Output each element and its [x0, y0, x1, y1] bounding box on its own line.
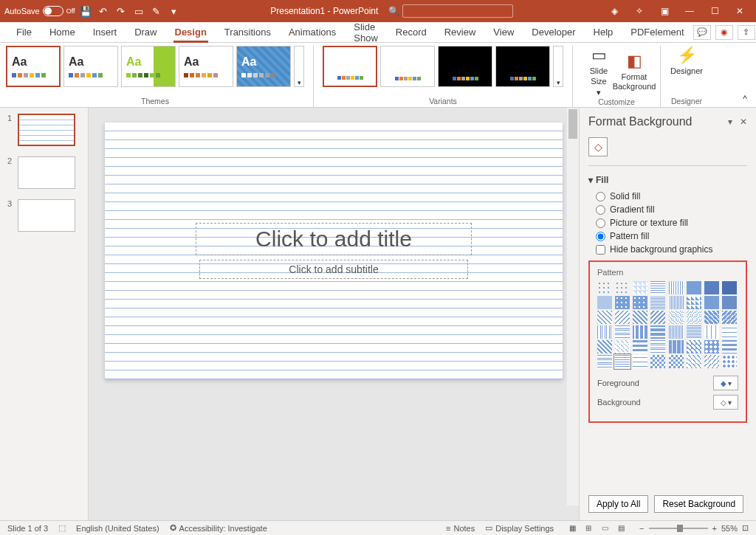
ribbon-mode-icon[interactable]: ▣ — [653, 0, 676, 22]
vertical-scrollbar[interactable] — [567, 108, 579, 505]
redo-icon[interactable]: ↷ — [114, 4, 128, 18]
pattern-swatch[interactable] — [722, 311, 737, 324]
from-beginning-icon[interactable]: ▭ — [131, 4, 146, 18]
accessibility-status[interactable]: ✪ Accessibility: Investigate — [170, 523, 267, 533]
theme-thumb[interactable]: Aa — [63, 46, 118, 87]
pattern-swatch[interactable] — [615, 311, 630, 324]
pattern-swatch[interactable] — [633, 311, 647, 324]
minimize-button[interactable]: — — [678, 0, 701, 22]
pane-close-icon[interactable]: ✕ — [740, 117, 747, 127]
slide-thumbnail[interactable] — [18, 156, 75, 189]
pattern-swatch[interactable] — [650, 311, 665, 324]
slide-thumbnail[interactable] — [18, 114, 75, 146]
fill-section-header[interactable]: ▾Fill — [588, 175, 747, 185]
tab-design[interactable]: Design — [166, 22, 216, 43]
comments-icon[interactable]: 💬 — [693, 25, 711, 40]
pattern-swatch[interactable] — [615, 355, 630, 368]
touch-mode-icon[interactable]: ✎ — [149, 4, 164, 18]
foreground-color-button[interactable]: ◆▾ — [713, 376, 738, 390]
share-icon[interactable]: ⇪ — [738, 25, 755, 40]
pattern-swatch[interactable] — [669, 325, 684, 339]
reading-view-icon[interactable]: ▭ — [597, 522, 613, 534]
display-settings-button[interactable]: ▭ Display Settings — [485, 523, 554, 533]
tab-help[interactable]: Help — [585, 22, 622, 43]
search-box[interactable]: 🔍 — [388, 4, 513, 18]
pattern-swatch[interactable] — [687, 325, 701, 339]
pattern-swatch[interactable] — [597, 281, 612, 294]
reset-background-button[interactable]: Reset Background — [654, 495, 743, 513]
close-button[interactable]: ✕ — [728, 0, 752, 22]
variant-thumb[interactable] — [323, 46, 377, 87]
tab-file[interactable]: File — [7, 22, 41, 43]
variant-thumb[interactable] — [380, 46, 435, 87]
title-placeholder[interactable]: Click to add title — [196, 223, 472, 255]
zoom-level[interactable]: 55% — [721, 524, 738, 533]
pattern-swatch[interactable] — [722, 325, 737, 339]
pattern-swatch[interactable] — [650, 296, 665, 309]
pattern-swatch[interactable] — [722, 355, 737, 368]
undo-icon[interactable]: ↶ — [96, 4, 111, 18]
pattern-swatch[interactable] — [704, 325, 719, 339]
pattern-swatch[interactable] — [687, 355, 701, 368]
tab-animations[interactable]: Animations — [280, 22, 345, 43]
notes-button[interactable]: ≡ Notes — [446, 524, 475, 533]
variant-thumb[interactable] — [495, 46, 550, 87]
zoom-in-icon[interactable]: + — [712, 524, 717, 533]
pattern-swatch[interactable] — [597, 296, 612, 309]
tab-view[interactable]: View — [484, 22, 523, 43]
maximize-button[interactable]: ☐ — [703, 0, 726, 22]
coming-soon-icon[interactable]: ✧ — [628, 0, 651, 22]
tab-record[interactable]: Record — [387, 22, 436, 43]
pattern-swatch[interactable] — [687, 340, 701, 353]
pattern-swatch[interactable] — [597, 311, 612, 324]
pattern-swatch[interactable] — [669, 296, 684, 309]
pattern-swatch[interactable] — [650, 355, 665, 368]
theme-thumb[interactable]: Aa — [6, 46, 61, 87]
tab-pdfelement[interactable]: PDFelement — [622, 22, 693, 43]
pattern-swatch[interactable] — [633, 325, 647, 339]
pattern-swatch[interactable] — [633, 281, 647, 294]
pattern-swatch[interactable] — [704, 281, 719, 294]
pattern-swatch[interactable] — [597, 340, 612, 353]
pattern-swatch[interactable] — [669, 340, 684, 353]
tab-slideshow[interactable]: Slide Show — [345, 22, 387, 43]
slide-thumbnail[interactable] — [18, 199, 75, 232]
subtitle-placeholder[interactable]: Click to add subtitle — [199, 260, 467, 279]
solid-fill-radio[interactable]: Solid fill — [596, 191, 747, 201]
save-icon[interactable]: 💾 — [78, 4, 93, 18]
tab-insert[interactable]: Insert — [84, 22, 126, 43]
pattern-swatch[interactable] — [615, 340, 630, 353]
tab-draw[interactable]: Draw — [126, 22, 165, 43]
theme-thumb[interactable]: Aa — [121, 46, 176, 87]
variant-thumb[interactable] — [438, 46, 492, 87]
qat-more-icon[interactable]: ▾ — [167, 4, 182, 18]
themes-more-button[interactable]: ▾ — [294, 46, 304, 87]
slide-counter[interactable]: Slide 1 of 3 — [7, 524, 48, 533]
pattern-swatch[interactable] — [704, 340, 719, 353]
slide-size-button[interactable]: ▭Slide Size▾ — [582, 46, 616, 97]
designer-button[interactable]: ⚡Designer — [670, 46, 704, 77]
pattern-swatch[interactable] — [650, 281, 665, 294]
pattern-swatch[interactable] — [633, 296, 647, 309]
format-background-button[interactable]: ◧Format Background — [617, 46, 651, 97]
pattern-swatch[interactable] — [687, 296, 701, 309]
premium-icon[interactable]: ◈ — [602, 0, 626, 22]
pane-options-icon[interactable]: ▾ — [728, 117, 732, 127]
fit-window-icon[interactable]: ⊡ — [742, 523, 749, 533]
theme-thumb[interactable]: Aa — [236, 46, 291, 87]
slideshow-view-icon[interactable]: ▤ — [613, 522, 629, 534]
tab-developer[interactable]: Developer — [523, 22, 584, 43]
spell-check-icon[interactable]: ⬚ — [58, 523, 66, 533]
pattern-swatch[interactable] — [704, 311, 719, 324]
pattern-swatch[interactable] — [722, 296, 737, 309]
pattern-fill-radio[interactable]: Pattern fill — [596, 231, 747, 241]
collapse-ribbon-icon[interactable]: ^ — [740, 91, 750, 107]
pattern-swatch[interactable] — [650, 340, 665, 353]
pattern-swatch[interactable] — [597, 355, 612, 368]
fill-tab-icon[interactable]: ◇ — [588, 137, 608, 156]
pattern-swatch[interactable] — [669, 311, 684, 324]
pattern-swatch[interactable] — [615, 281, 630, 294]
record-icon[interactable]: ◉ — [715, 25, 733, 40]
pattern-swatch[interactable] — [615, 325, 630, 339]
theme-thumb[interactable]: Aa — [179, 46, 233, 87]
